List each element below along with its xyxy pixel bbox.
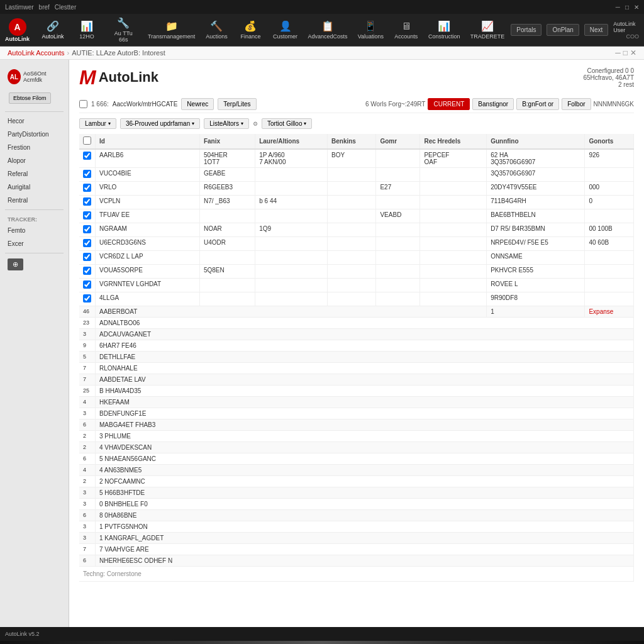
table-row[interactable]: 3 5 H66B3HFTDE [79,487,634,499]
row-checkbox-cell[interactable] [79,149,96,168]
row-checkbox-cell[interactable] [79,168,96,182]
table-row[interactable]: 4 HKEFAAM [79,397,634,408]
table-row[interactable]: VOUA5SORPE 5Q8EN PKHVCR E555 [79,265,634,279]
row-checkbox-cell[interactable] [79,182,96,196]
nav-item-finance[interactable]: 💰 Finance [235,18,266,42]
select-all-checkbox[interactable] [79,100,87,108]
table-row[interactable]: 4LLGA 9R90DF8 [79,292,634,306]
maximize-button[interactable]: □ [625,4,629,11]
nav-item-autolink[interactable]: 🔗 AutoLink [37,18,69,42]
table-row[interactable]: 2 4 VHAVDEKSCAN [79,442,634,453]
table-row[interactable]: 46 AABERBOAT 1 Expanse [79,306,634,318]
row-checkbox[interactable] [83,253,91,261]
table-row[interactable]: 7 7 VAAHVGE ARE [79,544,634,555]
nav-item-construction[interactable]: 📊 Construction [425,18,464,42]
table-row[interactable]: 23 ADNALTBO06 [79,318,634,329]
row-checkbox-cell[interactable] [79,279,96,292]
app-logo[interactable]: A AutoLink [5,18,30,42]
newrec-button[interactable]: Newrec [181,98,214,110]
bgnfort-button[interactable]: B:gnFort or [516,98,559,110]
table-row[interactable]: NGRAAM NOAR 1Q9 D7 R5/ B4R35BMN 00 100B [79,223,634,237]
table-row[interactable]: TFUAV EE VEABD BAE6BTHBELN [79,209,634,223]
nav-item-12ho[interactable]: 📊 12HO [71,18,103,42]
row-checkbox-cell[interactable] [79,265,96,279]
sidebar-item-femto[interactable]: Femto [0,224,69,237]
sidebar-item-alopor[interactable]: Alopor [0,154,69,167]
table-row[interactable]: 3 BDENFUNGF1E [79,408,634,419]
window-menu-item[interactable]: bref [39,4,50,11]
breadcrumb-restore[interactable]: □ [623,48,628,57]
table-row[interactable]: 3 0 BNHBHELE F0 [79,499,634,510]
nav-item-advancedcosts[interactable]: 📋 AdvancedCosts [304,18,351,42]
row-checkbox[interactable] [83,294,91,303]
table-row[interactable]: 6 MABGA4ET FHAB3 [79,419,634,431]
table-row[interactable]: 2 3 PHLUME [79,431,634,442]
row-checkbox-cell[interactable] [79,251,96,265]
current-button[interactable]: CURRENT [428,98,470,110]
row-checkbox[interactable] [83,197,91,206]
row-checkbox-cell[interactable] [79,209,96,223]
sidebar-item-frestion[interactable]: Frestion [0,141,69,154]
table-row[interactable]: 9 6HAR7 FE46 [79,340,634,352]
nav-item-accounts[interactable]: 🖥 Accounts [391,18,422,42]
row-checkbox[interactable] [83,211,91,219]
sidebar-item-aurigital[interactable]: Aurigital [0,180,69,194]
nav-item-auctions[interactable]: 🔨 Auctions [201,18,232,42]
add-button[interactable]: ⊕ [8,258,23,270]
table-row[interactable]: 5 DETHLLFAE [79,352,634,363]
breadcrumb-minimize[interactable]: ─ [615,48,621,57]
table-row[interactable]: VRLO R6GEEB3 E27 20DY4T9V55EE 000 [79,182,634,196]
sidebar-item-rentral[interactable]: Rentral [0,194,69,207]
folbor-button[interactable]: Folbor [562,98,591,110]
next-button[interactable]: Next [584,24,609,36]
onplan-button[interactable]: OnPlan [547,24,579,36]
row-checkbox[interactable] [83,267,91,275]
nav-item-auto[interactable]: 🔧 Au TTu 66s [105,14,142,45]
process-filter[interactable]: 36-Prouved updrfaman ▾ [120,118,200,129]
lambur-filter[interactable]: Lambur ▾ [79,118,116,129]
listealtors-filter[interactable]: ListeAltors ▾ [204,118,249,129]
table-row[interactable]: VCPLN N7/ _B63 b 6 44 711B4G4RH 0 [79,196,634,209]
nav-item-customer[interactable]: 👤 Customer [269,18,301,42]
header-checkbox-input[interactable] [83,136,91,145]
row-checkbox[interactable] [83,280,91,289]
breadcrumb-part1[interactable]: AutoLink Accounts [8,49,65,57]
table-row[interactable]: 4 4 AN63BNME5 [79,465,634,476]
row-checkbox-cell[interactable] [79,196,96,209]
row-checkbox-cell[interactable] [79,292,96,306]
tortiot-filter[interactable]: Tortiot Gilloo ▾ [262,118,313,129]
row-checkbox[interactable] [83,239,91,247]
row-checkbox[interactable] [83,184,91,192]
nav-item-valuations[interactable]: 📱 Valuations [353,18,387,42]
sidebar-item-hecor[interactable]: Hecor [0,114,69,128]
row-checkbox[interactable] [83,225,91,233]
table-row[interactable]: VCR6DZ L LAP ONNSAME [79,251,634,265]
table-row[interactable]: U6ECRD3G6NS U4ODR NRPE6D4V/ F5E E5 40 60… [79,237,634,251]
row-checkbox-cell[interactable] [79,237,96,251]
window-menu-item[interactable]: Lastimwer [5,4,34,11]
table-row[interactable]: 6 5 NHAEAN56GANC [79,453,634,465]
table-row[interactable]: 3 1 KANGRAFL_AGDET [79,533,634,544]
minimize-button[interactable]: ─ [616,4,620,11]
nav-item-traderete[interactable]: 📈 TRADERETE [467,18,509,42]
portals-button[interactable]: Portals [511,24,541,36]
table-row[interactable]: 3 1 PVTFG5NHON [79,521,634,533]
table-row[interactable]: 6 8 0HA86BNE [79,510,634,521]
sidebar-item-partydistortion[interactable]: PartyDistortion [0,128,69,141]
nav-item-transmanagement[interactable]: 📁 Transmanagement [145,18,199,42]
breadcrumb-close[interactable]: ✕ [630,48,636,57]
row-checkbox-cell[interactable] [79,223,96,237]
table-row[interactable]: 7 RLONAHALE [79,363,634,374]
table-row[interactable]: 2 2 NOFCAAMNC [79,476,634,487]
row-checkbox[interactable] [83,152,91,160]
row-checkbox[interactable] [83,170,91,178]
table-row[interactable]: 25 B HHAVA4D35 [79,386,634,397]
ebtose-filom-button[interactable]: Ebtose Filom [9,92,51,104]
table-row[interactable]: 7 AABDETAE LAV [79,374,634,386]
table-row[interactable]: 3 ADCAUVAGANET [79,329,634,340]
sidebar-item-referal[interactable]: Referal [0,167,69,180]
window-menu-item[interactable]: Clestter [55,4,76,11]
terplites-button[interactable]: Terp/Lites [218,98,256,110]
table-row[interactable]: AARLB6 504HER1OT7 1P A/9607 AKN/00 BOY P… [79,149,634,168]
table-row[interactable]: VGRNNTEV LGHDAT ROVEE L [79,279,634,292]
